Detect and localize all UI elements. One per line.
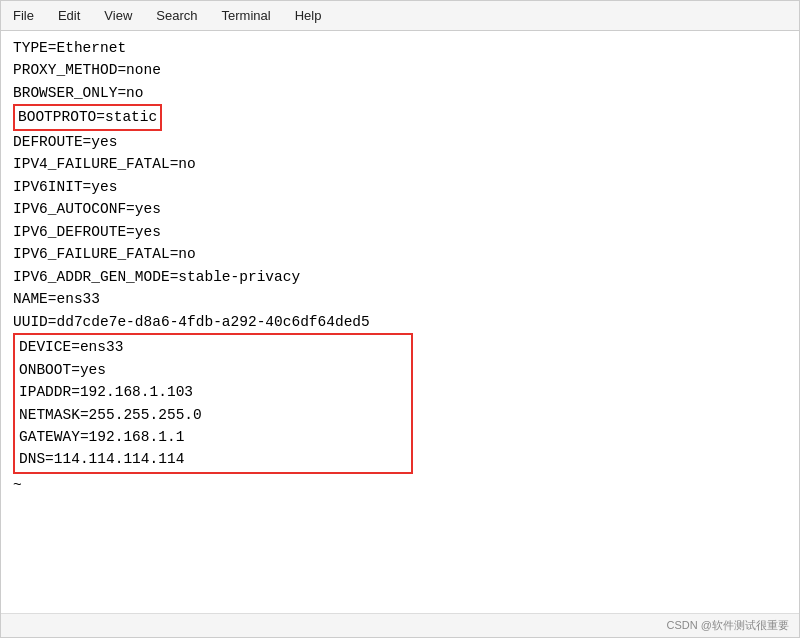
line-wrapper: PROXY_METHOD=none — [13, 59, 787, 81]
code-line: IPV6_AUTOCONF=yes — [13, 198, 787, 220]
highlighted-single-line: BOOTPROTO=static — [13, 104, 162, 130]
line-wrapper: NAME=ens33 — [13, 288, 787, 310]
line-wrapper: BROWSER_ONLY=no — [13, 82, 787, 104]
code-line: IPV6INIT=yes — [13, 176, 787, 198]
menu-item-terminal[interactable]: Terminal — [218, 6, 275, 25]
code-line: UUID=dd7cde7e-d8a6-4fdb-a292-40c6df64ded… — [13, 311, 787, 333]
line-wrapper: UUID=dd7cde7e-d8a6-4fdb-a292-40c6df64ded… — [13, 311, 787, 333]
line-wrapper: IPV6_ADDR_GEN_MODE=stable-privacy — [13, 266, 787, 288]
menu-bar: FileEditViewSearchTerminalHelp — [1, 1, 799, 31]
watermark: CSDN @软件测试很重要 — [667, 618, 789, 633]
highlighted-line-wrapper: BOOTPROTO=static — [13, 104, 787, 130]
highlight-block: DEVICE=ens33ONBOOT=yesIPADDR=192.168.1.1… — [13, 333, 413, 474]
line-wrapper: IPV6_AUTOCONF=yes — [13, 198, 787, 220]
line-wrapper: IPV4_FAILURE_FATAL=no — [13, 153, 787, 175]
menu-item-search[interactable]: Search — [152, 6, 201, 25]
menu-item-view[interactable]: View — [100, 6, 136, 25]
code-line: IPV6_ADDR_GEN_MODE=stable-privacy — [13, 266, 787, 288]
line-wrapper: TYPE=Ethernet — [13, 37, 787, 59]
code-line: PROXY_METHOD=none — [13, 59, 787, 81]
code-line: DEFROUTE=yes — [13, 131, 787, 153]
line-wrapper: IPV6INIT=yes — [13, 176, 787, 198]
line-wrapper: DEFROUTE=yes — [13, 131, 787, 153]
code-line: NETMASK=255.255.255.0 — [19, 404, 407, 426]
code-line: IPV4_FAILURE_FATAL=no — [13, 153, 787, 175]
code-line: IPV6_DEFROUTE=yes — [13, 221, 787, 243]
code-line: IPADDR=192.168.1.103 — [19, 381, 407, 403]
code-line: GATEWAY=192.168.1.1 — [19, 426, 407, 448]
menu-item-edit[interactable]: Edit — [54, 6, 84, 25]
code-line: NAME=ens33 — [13, 288, 787, 310]
line-wrapper: IPV6_DEFROUTE=yes — [13, 221, 787, 243]
code-line: IPV6_FAILURE_FATAL=no — [13, 243, 787, 265]
code-line: ~ — [13, 474, 787, 496]
code-line: ONBOOT=yes — [19, 359, 407, 381]
menu-item-file[interactable]: File — [9, 6, 38, 25]
code-line: TYPE=Ethernet — [13, 37, 787, 59]
code-line: DEVICE=ens33 — [19, 336, 407, 358]
code-line: BROWSER_ONLY=no — [13, 82, 787, 104]
line-wrapper: ~ — [13, 474, 787, 496]
terminal-window: FileEditViewSearchTerminalHelp TYPE=Ethe… — [0, 0, 800, 638]
line-wrapper: IPV6_FAILURE_FATAL=no — [13, 243, 787, 265]
menu-item-help[interactable]: Help — [291, 6, 326, 25]
code-line: DNS=114.114.114.114 — [19, 448, 407, 470]
bottom-bar: CSDN @软件测试很重要 — [1, 613, 799, 637]
content-area: TYPE=EthernetPROXY_METHOD=noneBROWSER_ON… — [1, 31, 799, 613]
